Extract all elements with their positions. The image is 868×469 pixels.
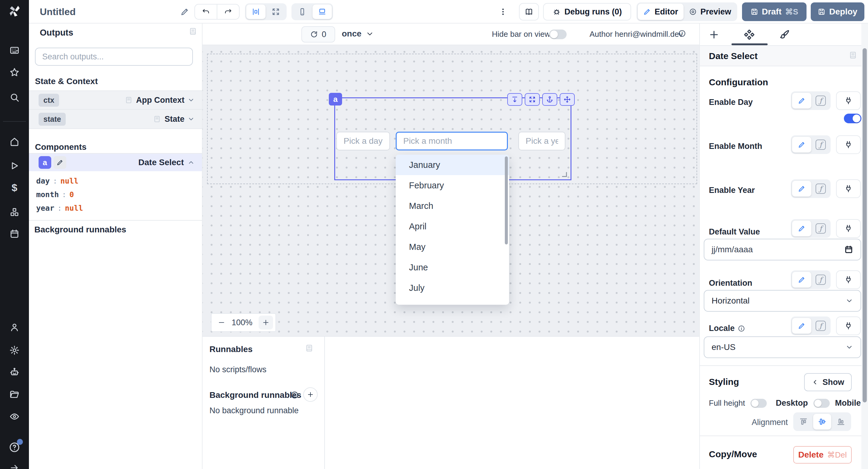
component-chevron-up-icon[interactable] xyxy=(187,159,195,166)
refresh-counter[interactable]: 0 xyxy=(301,26,335,42)
help-icon[interactable] xyxy=(0,438,29,456)
favorites-star-icon[interactable] xyxy=(0,64,29,81)
delete-component-button[interactable]: Delete ⌘Del xyxy=(793,446,852,464)
enable-day-toggle[interactable] xyxy=(844,114,861,123)
component-rename-pencil-icon[interactable] xyxy=(54,156,66,169)
locale-connect-plug-button[interactable] xyxy=(836,316,861,335)
add-background-runnable-button[interactable] xyxy=(303,387,318,402)
state-chevron-down-icon[interactable] xyxy=(187,116,195,123)
month-option[interactable]: August xyxy=(396,298,509,305)
scrollbar-thumb[interactable] xyxy=(863,48,867,402)
month-option[interactable]: July xyxy=(396,278,509,298)
run-mode-dropdown[interactable]: once xyxy=(342,29,373,39)
save-draft-button[interactable]: Draft ⌘S xyxy=(742,2,807,21)
month-option[interactable]: January xyxy=(396,155,509,175)
function-button[interactable]: ƒ xyxy=(812,93,830,108)
desktop-toggle[interactable] xyxy=(813,399,830,408)
docs-book-button[interactable] xyxy=(519,3,539,21)
output-year[interactable]: year:null xyxy=(36,201,83,215)
resize-handle[interactable] xyxy=(562,172,567,177)
output-day[interactable]: day:null xyxy=(36,174,83,188)
ctx-chevron-down-icon[interactable] xyxy=(187,96,195,104)
function-button[interactable]: ƒ xyxy=(812,181,830,196)
static-pencil-button[interactable] xyxy=(792,318,811,334)
pick-day-input[interactable] xyxy=(336,132,390,150)
tab-preview[interactable]: Preview xyxy=(684,4,736,20)
move-button[interactable] xyxy=(560,93,575,106)
state-row[interactable]: state State xyxy=(29,110,202,129)
component-row-date-select[interactable]: a Date Select xyxy=(29,153,202,171)
tab-styling-brush-icon[interactable] xyxy=(779,29,790,40)
static-pencil-button[interactable] xyxy=(792,93,811,108)
function-button[interactable]: ƒ xyxy=(812,221,830,236)
default-value-connect-plug-button[interactable] xyxy=(836,219,861,238)
locale-select[interactable]: en-US xyxy=(704,336,861,358)
centered-layout-button[interactable] xyxy=(246,4,266,19)
search-outputs-input[interactable] xyxy=(35,48,193,66)
outputs-doc-icon[interactable] xyxy=(189,27,197,36)
folders-icon[interactable] xyxy=(0,386,29,403)
home-icon[interactable] xyxy=(0,133,29,150)
month-option[interactable]: May xyxy=(396,237,509,257)
search-icon[interactable] xyxy=(0,89,29,106)
audit-logs-eye-icon[interactable] xyxy=(0,408,29,425)
static-pencil-button[interactable] xyxy=(792,137,811,153)
pick-month-input[interactable] xyxy=(396,132,508,150)
enable-day-connect-plug-button[interactable] xyxy=(836,91,861,110)
component-badge[interactable]: a xyxy=(329,93,342,105)
expand-sidebar-icon[interactable] xyxy=(0,459,29,469)
month-option[interactable]: April xyxy=(396,216,509,237)
orientation-connect-plug-button[interactable] xyxy=(836,270,861,289)
month-option[interactable]: June xyxy=(396,257,509,278)
anchor-button[interactable] xyxy=(542,93,557,106)
calendar-icon[interactable] xyxy=(844,245,853,254)
debug-runs-button[interactable]: Debug runs (0) xyxy=(543,3,631,21)
runnables-doc-icon[interactable] xyxy=(305,344,313,352)
settings-gear-icon[interactable] xyxy=(0,342,29,359)
zoom-in-plus-button[interactable] xyxy=(258,316,273,330)
function-button[interactable]: ƒ xyxy=(812,318,830,334)
user-icon[interactable] xyxy=(0,319,29,336)
zoom-out-minus-icon[interactable] xyxy=(218,319,225,326)
static-pencil-button[interactable] xyxy=(792,181,811,196)
static-pencil-button[interactable] xyxy=(792,272,811,287)
pick-year-input[interactable] xyxy=(518,132,565,150)
deploy-button[interactable]: Deploy xyxy=(811,2,864,21)
mobile-view-button[interactable] xyxy=(293,4,312,19)
align-top-button[interactable] xyxy=(795,414,812,430)
month-option[interactable]: March xyxy=(396,196,509,216)
resources-cubes-icon[interactable] xyxy=(0,204,29,221)
full-height-toggle[interactable] xyxy=(750,399,767,408)
background-runnables-info-icon[interactable] xyxy=(290,391,299,399)
schedules-calendar-icon[interactable] xyxy=(0,225,29,242)
align-center-button[interactable] xyxy=(813,414,831,430)
rename-pencil-icon[interactable] xyxy=(180,7,189,16)
windmill-logo[interactable] xyxy=(7,4,22,18)
full-width-layout-button[interactable] xyxy=(266,4,285,19)
tab-insert-plus-icon[interactable] xyxy=(708,29,720,40)
static-pencil-button[interactable] xyxy=(792,221,811,236)
author-info-icon[interactable] xyxy=(678,30,686,37)
more-menu-kebab-icon[interactable] xyxy=(499,7,507,16)
undo-button[interactable] xyxy=(195,4,217,19)
orientation-select[interactable]: Horizontal xyxy=(704,290,861,312)
fullscreen-expand-button[interactable] xyxy=(525,93,540,106)
locale-info-icon[interactable] xyxy=(738,325,745,332)
month-option[interactable]: February xyxy=(396,175,509,196)
app-switcher-icon[interactable] xyxy=(0,42,29,59)
tab-component-settings-icon[interactable] xyxy=(743,29,755,41)
default-value-date-input[interactable]: jj/mm/aaaa xyxy=(704,239,861,260)
ctx-row[interactable]: ctx App Context xyxy=(29,90,202,110)
hide-bar-toggle[interactable] xyxy=(549,30,567,39)
settings-doc-icon[interactable] xyxy=(849,51,857,59)
redo-button[interactable] xyxy=(217,4,239,19)
desktop-view-button[interactable] xyxy=(313,4,332,19)
output-month[interactable]: month:0 xyxy=(36,188,83,201)
runs-play-icon[interactable] xyxy=(0,157,29,174)
tab-editor[interactable]: Editor xyxy=(638,4,684,20)
app-canvas[interactable]: a January February March April May June … xyxy=(203,45,699,336)
enable-year-connect-plug-button[interactable] xyxy=(836,179,861,198)
function-button[interactable]: ƒ xyxy=(812,272,830,287)
align-bottom-button[interactable] xyxy=(832,414,850,430)
workers-robot-icon[interactable] xyxy=(0,364,29,381)
